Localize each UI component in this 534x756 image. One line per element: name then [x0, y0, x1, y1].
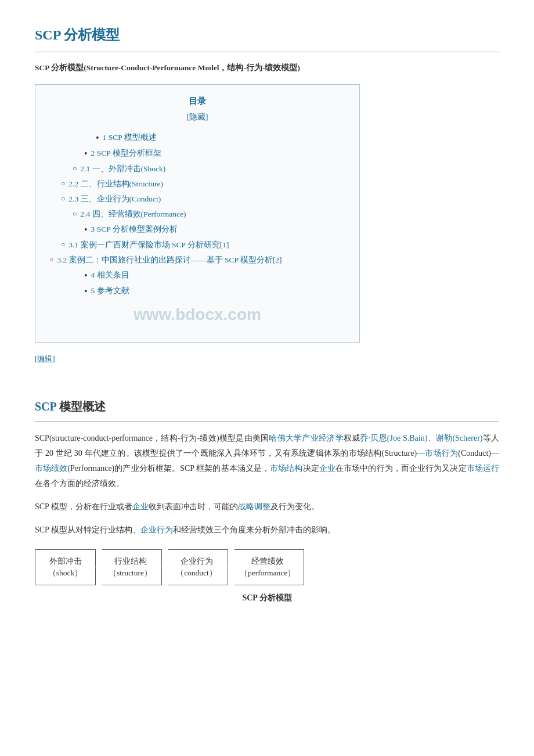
toc-link-6[interactable]: 3 SCP 分析模型案例分析: [91, 223, 178, 236]
toc-title: 目录: [49, 94, 345, 109]
toc-item: •4 相关条目: [49, 269, 345, 283]
flow-box-line1-1: 行业结构: [107, 556, 153, 567]
flow-box-line2-2: （conduct）: [174, 567, 219, 579]
toc-marker: ○: [61, 193, 65, 206]
flow-box-0: 外部冲击（shock）: [35, 549, 96, 586]
toc-item: •3 SCP 分析模型案例分析: [49, 223, 345, 237]
toc-item: ○2.3 三、企业行为(Conduct): [49, 193, 345, 206]
section1-rest: 模型概述: [56, 400, 106, 413]
toc-item: ○2.1 一、外部冲击(Shock): [49, 163, 345, 176]
toc-link-10[interactable]: 5 参考文献: [91, 285, 129, 298]
flow-box-line2-1: （structure）: [107, 567, 153, 579]
body-para2: SCP 模型，分析在行业或者企业收到表面冲击时，可能的战略调整及行为变化。: [35, 499, 499, 514]
toc-marker: •: [96, 131, 99, 145]
toc-item: ○2.4 四、经营绩效(Performance): [49, 208, 345, 221]
section1-scp: SCP: [35, 400, 56, 413]
flow-cell-2: 企业行为（conduct）: [162, 549, 228, 586]
toc-link-4[interactable]: 2.3 三、企业行为(Conduct): [68, 193, 161, 206]
toc-box: 目录 [隐藏] •1 SCP 模型概述•2 SCP 模型分析框架○2.1 一、外…: [35, 84, 360, 343]
section1-divider: [35, 421, 499, 422]
toc-link-1[interactable]: 2 SCP 模型分析框架: [91, 147, 161, 160]
flow-box-line2-0: （shock）: [44, 567, 87, 579]
flow-box-line1-2: 企业行为: [174, 556, 219, 567]
flow-diagram: 外部冲击（shock）行业结构（structure）企业行为（conduct）经…: [35, 549, 499, 586]
toc-link-0[interactable]: 1 SCP 模型概述: [103, 131, 157, 145]
flow-box-1: 行业结构（structure）: [95, 549, 162, 586]
toc-marker: ○: [49, 254, 53, 267]
toc-link-2[interactable]: 2.1 一、外部冲击(Shock): [80, 163, 165, 176]
toc-hide-anchor[interactable]: [隐藏]: [187, 113, 208, 121]
page-title: SCP 分析模型: [35, 23, 499, 47]
toc-item: •5 参考文献: [49, 285, 345, 298]
body-para3: SCP 模型从对特定行业结构、企业行为和经营绩效三个角度来分析外部冲击的影响。: [35, 523, 499, 538]
section1-heading: SCP 模型概述: [35, 397, 499, 416]
toc-link-7[interactable]: 3.1 案例一广西财产保险市场 SCP 分析研究[1]: [68, 239, 229, 252]
toc-item: ○3.1 案例一广西财产保险市场 SCP 分析研究[1]: [49, 239, 345, 252]
link-enterprise-behavior[interactable]: 企业行为: [140, 525, 173, 534]
toc-link-5[interactable]: 2.4 四、经营绩效(Performance): [80, 208, 186, 221]
toc-marker: •: [84, 223, 88, 237]
flow-cell-3: 经营绩效（performance）: [228, 549, 304, 586]
link-enterprise2[interactable]: 企业: [132, 502, 149, 511]
top-divider: [35, 52, 499, 52]
toc-item: •2 SCP 模型分析框架: [49, 147, 345, 161]
body-para1: SCP(structure-conduct-performance，结构-行为-…: [35, 431, 499, 491]
flow-box-line1-3: 经营绩效: [240, 556, 295, 567]
link-harvard[interactable]: 哈佛大学产业经济学: [269, 434, 343, 442]
title-scp: SCP: [35, 27, 60, 42]
toc-marker: ○: [61, 178, 65, 190]
toc-list: •1 SCP 模型概述•2 SCP 模型分析框架○2.1 一、外部冲击(Shoc…: [49, 131, 345, 298]
flow-cell-0: 外部冲击（shock）: [35, 549, 96, 586]
toc-link-9[interactable]: 4 相关条目: [91, 269, 129, 282]
flow-box-line1-0: 外部冲击: [44, 556, 87, 567]
toc-marker: •: [84, 147, 88, 161]
toc-hide-link[interactable]: [隐藏]: [49, 111, 345, 124]
flow-cell-1: 行业结构（structure）: [96, 549, 162, 586]
flow-box-line2-3: （performance）: [240, 567, 295, 579]
toc-item: •1 SCP 模型概述: [49, 131, 345, 145]
link-strategy[interactable]: 战略调整: [238, 502, 270, 511]
watermark: www.bdocx.com: [49, 301, 345, 329]
toc-marker: •: [84, 285, 88, 298]
toc-item: ○2.2 二、行业结构(Structure): [49, 178, 345, 191]
link-market-structure[interactable]: —市场行为: [417, 449, 458, 458]
toc-marker: ○: [73, 163, 77, 175]
link-market-structure2[interactable]: 市场结构: [270, 464, 302, 473]
subtitle: SCP 分析模型(Structure-Conduct-Performance M…: [35, 62, 499, 75]
link-scherer[interactable]: 谢勒(Scherer): [436, 434, 483, 442]
link-enterprise[interactable]: 企业: [319, 464, 335, 473]
toc-marker: •: [84, 269, 88, 283]
toc-marker: ○: [61, 239, 65, 251]
title-rest: 分析模型: [60, 27, 120, 42]
link-bain[interactable]: 乔·贝恩(Joe S.Bain): [360, 434, 427, 442]
link-market-run[interactable]: 市场运行: [467, 464, 499, 473]
edit-link-container: [编辑]: [35, 352, 499, 377]
flow-box-2: 企业行为（conduct）: [161, 549, 228, 586]
toc-link-3[interactable]: 2.2 二、行业结构(Structure): [68, 178, 163, 191]
flow-box-3: 经营绩效（performance）: [228, 549, 304, 586]
toc-link-8[interactable]: 3.2 案例二：中国旅行社业的出路探讨——基于 SCP 模型分析[2]: [57, 254, 282, 267]
edit-link[interactable]: [编辑]: [35, 352, 55, 365]
toc-marker: ○: [73, 208, 77, 221]
diagram-caption: SCP 分析模型: [35, 591, 499, 605]
toc-item: ○3.2 案例二：中国旅行社业的出路探讨——基于 SCP 模型分析[2]: [49, 254, 345, 267]
